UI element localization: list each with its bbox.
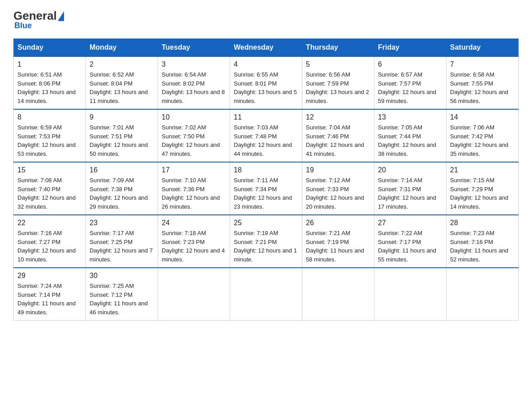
- day-number: 2: [90, 60, 154, 68]
- day-info: Sunrise: 6:51 AMSunset: 8:06 PMDaylight:…: [17, 70, 82, 105]
- day-info: Sunrise: 6:54 AMSunset: 8:02 PMDaylight:…: [162, 70, 226, 105]
- day-cell: 13Sunrise: 7:05 AMSunset: 7:44 PMDayligh…: [374, 109, 446, 162]
- day-number: 27: [378, 219, 442, 227]
- day-cell: 21Sunrise: 7:15 AMSunset: 7:29 PMDayligh…: [446, 162, 519, 215]
- day-info: Sunrise: 7:03 AMSunset: 7:48 PMDaylight:…: [234, 123, 298, 158]
- day-info: Sunrise: 7:18 AMSunset: 7:23 PMDaylight:…: [162, 229, 226, 264]
- day-cell: [302, 268, 374, 321]
- day-cell: 28Sunrise: 7:23 AMSunset: 7:16 PMDayligh…: [446, 215, 519, 268]
- day-number: 13: [378, 113, 442, 121]
- day-number: 28: [450, 219, 515, 227]
- day-info: Sunrise: 7:25 AMSunset: 7:12 PMDaylight:…: [90, 282, 154, 317]
- day-info: Sunrise: 7:24 AMSunset: 7:14 PMDaylight:…: [17, 282, 82, 317]
- day-info: Sunrise: 7:15 AMSunset: 7:29 PMDaylight:…: [450, 176, 515, 211]
- day-info: Sunrise: 7:08 AMSunset: 7:40 PMDaylight:…: [17, 176, 82, 211]
- day-cell: 9Sunrise: 7:01 AMSunset: 7:51 PMDaylight…: [86, 109, 158, 162]
- day-info: Sunrise: 7:04 AMSunset: 7:46 PMDaylight:…: [306, 123, 370, 158]
- logo: General Blue: [13, 9, 63, 30]
- header-monday: Monday: [86, 39, 158, 57]
- day-cell: 29Sunrise: 7:24 AMSunset: 7:14 PMDayligh…: [14, 268, 86, 321]
- day-cell: 8Sunrise: 6:59 AMSunset: 7:53 PMDaylight…: [14, 109, 86, 162]
- day-cell: 18Sunrise: 7:11 AMSunset: 7:34 PMDayligh…: [230, 162, 302, 215]
- week-row-2: 8Sunrise: 6:59 AMSunset: 7:53 PMDaylight…: [14, 109, 519, 162]
- week-row-5: 29Sunrise: 7:24 AMSunset: 7:14 PMDayligh…: [14, 268, 519, 321]
- day-cell: 7Sunrise: 6:58 AMSunset: 7:55 PMDaylight…: [446, 56, 519, 109]
- day-info: Sunrise: 6:55 AMSunset: 8:01 PMDaylight:…: [234, 70, 298, 105]
- day-info: Sunrise: 7:05 AMSunset: 7:44 PMDaylight:…: [378, 123, 442, 158]
- week-row-3: 15Sunrise: 7:08 AMSunset: 7:40 PMDayligh…: [14, 162, 519, 215]
- calendar-table: SundayMondayTuesdayWednesdayThursdayFrid…: [13, 39, 519, 321]
- day-cell: 3Sunrise: 6:54 AMSunset: 8:02 PMDaylight…: [158, 56, 230, 109]
- day-number: 20: [378, 166, 442, 174]
- day-info: Sunrise: 7:21 AMSunset: 7:19 PMDaylight:…: [306, 229, 370, 264]
- week-row-1: 1Sunrise: 6:51 AMSunset: 8:06 PMDaylight…: [14, 56, 519, 109]
- day-cell: 16Sunrise: 7:09 AMSunset: 7:38 PMDayligh…: [86, 162, 158, 215]
- day-number: 5: [306, 60, 370, 68]
- day-number: 1: [17, 60, 82, 68]
- header-sunday: Sunday: [14, 39, 86, 57]
- logo-flag-icon: [58, 11, 64, 21]
- day-number: 26: [306, 219, 370, 227]
- day-cell: 10Sunrise: 7:02 AMSunset: 7:50 PMDayligh…: [158, 109, 230, 162]
- day-info: Sunrise: 6:57 AMSunset: 7:57 PMDaylight:…: [378, 70, 442, 105]
- day-cell: 14Sunrise: 7:06 AMSunset: 7:42 PMDayligh…: [446, 109, 519, 162]
- day-cell: [230, 268, 302, 321]
- day-info: Sunrise: 7:10 AMSunset: 7:36 PMDaylight:…: [162, 176, 226, 211]
- day-cell: 22Sunrise: 7:16 AMSunset: 7:27 PMDayligh…: [14, 215, 86, 268]
- header-tuesday: Tuesday: [158, 39, 230, 57]
- day-cell: 30Sunrise: 7:25 AMSunset: 7:12 PMDayligh…: [86, 268, 158, 321]
- day-number: 23: [90, 219, 154, 227]
- day-info: Sunrise: 7:17 AMSunset: 7:25 PMDaylight:…: [90, 229, 154, 264]
- day-cell: 20Sunrise: 7:14 AMSunset: 7:31 PMDayligh…: [374, 162, 446, 215]
- day-info: Sunrise: 7:06 AMSunset: 7:42 PMDaylight:…: [450, 123, 515, 158]
- day-cell: 15Sunrise: 7:08 AMSunset: 7:40 PMDayligh…: [14, 162, 86, 215]
- day-number: 8: [17, 113, 82, 121]
- day-info: Sunrise: 6:52 AMSunset: 8:04 PMDaylight:…: [90, 70, 154, 105]
- day-info: Sunrise: 6:56 AMSunset: 7:59 PMDaylight:…: [306, 70, 370, 105]
- day-number: 10: [162, 113, 226, 121]
- day-number: 30: [90, 272, 154, 280]
- day-info: Sunrise: 7:12 AMSunset: 7:33 PMDaylight:…: [306, 176, 370, 211]
- day-cell: [446, 268, 519, 321]
- day-info: Sunrise: 7:09 AMSunset: 7:38 PMDaylight:…: [90, 176, 154, 211]
- day-number: 25: [234, 219, 298, 227]
- day-cell: 6Sunrise: 6:57 AMSunset: 7:57 PMDaylight…: [374, 56, 446, 109]
- day-cell: 5Sunrise: 6:56 AMSunset: 7:59 PMDaylight…: [302, 56, 374, 109]
- day-cell: 17Sunrise: 7:10 AMSunset: 7:36 PMDayligh…: [158, 162, 230, 215]
- day-number: 4: [234, 60, 298, 68]
- day-cell: 23Sunrise: 7:17 AMSunset: 7:25 PMDayligh…: [86, 215, 158, 268]
- day-info: Sunrise: 7:23 AMSunset: 7:16 PMDaylight:…: [450, 229, 515, 264]
- day-number: 18: [234, 166, 298, 174]
- day-number: 16: [90, 166, 154, 174]
- week-row-4: 22Sunrise: 7:16 AMSunset: 7:27 PMDayligh…: [14, 215, 519, 268]
- day-number: 19: [306, 166, 370, 174]
- day-info: Sunrise: 7:02 AMSunset: 7:50 PMDaylight:…: [162, 123, 226, 158]
- day-cell: [158, 268, 230, 321]
- day-info: Sunrise: 7:16 AMSunset: 7:27 PMDaylight:…: [17, 229, 82, 264]
- day-number: 9: [90, 113, 154, 121]
- day-cell: 1Sunrise: 6:51 AMSunset: 8:06 PMDaylight…: [14, 56, 86, 109]
- day-number: 11: [234, 113, 298, 121]
- day-cell: 19Sunrise: 7:12 AMSunset: 7:33 PMDayligh…: [302, 162, 374, 215]
- header-saturday: Saturday: [446, 39, 519, 57]
- day-cell: 2Sunrise: 6:52 AMSunset: 8:04 PMDaylight…: [86, 56, 158, 109]
- day-info: Sunrise: 7:14 AMSunset: 7:31 PMDaylight:…: [378, 176, 442, 211]
- day-cell: 11Sunrise: 7:03 AMSunset: 7:48 PMDayligh…: [230, 109, 302, 162]
- day-cell: 12Sunrise: 7:04 AMSunset: 7:46 PMDayligh…: [302, 109, 374, 162]
- day-info: Sunrise: 6:59 AMSunset: 7:53 PMDaylight:…: [17, 123, 82, 158]
- day-number: 7: [450, 60, 515, 68]
- day-number: 24: [162, 219, 226, 227]
- day-cell: [374, 268, 446, 321]
- day-number: 14: [450, 113, 515, 121]
- day-number: 29: [17, 272, 82, 280]
- header-friday: Friday: [374, 39, 446, 57]
- day-number: 6: [378, 60, 442, 68]
- header-thursday: Thursday: [302, 39, 374, 57]
- day-number: 17: [162, 166, 226, 174]
- day-info: Sunrise: 7:11 AMSunset: 7:34 PMDaylight:…: [234, 176, 298, 211]
- calendar-header-row: SundayMondayTuesdayWednesdayThursdayFrid…: [14, 39, 519, 57]
- day-cell: 4Sunrise: 6:55 AMSunset: 8:01 PMDaylight…: [230, 56, 302, 109]
- day-number: 21: [450, 166, 515, 174]
- page-header: General Blue: [13, 9, 519, 30]
- day-number: 12: [306, 113, 370, 121]
